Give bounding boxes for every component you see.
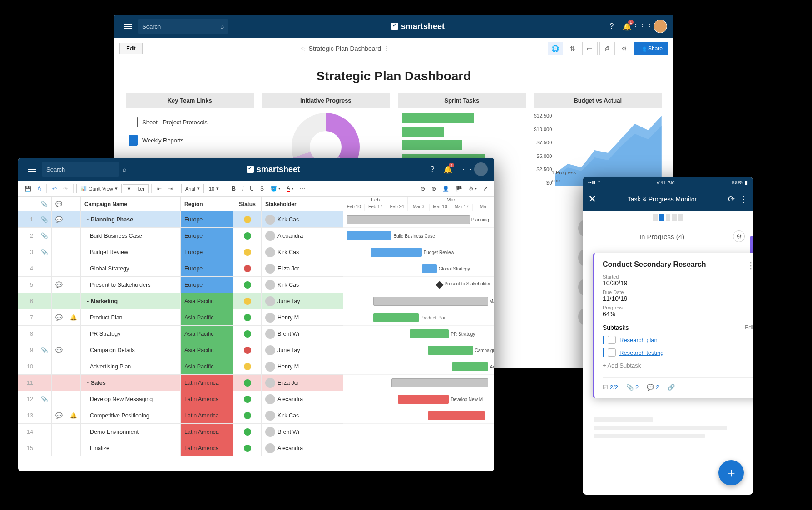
comment-column-icon[interactable]: 💬	[52, 197, 66, 211]
table-row[interactable]: 7 💬 🔔 Product Plan Asia Pacific Henry M	[18, 309, 343, 326]
comment-icon[interactable]: 💬	[55, 412, 63, 419]
table-row[interactable]: 10 Advertising Plan Asia Pacific Henry M	[18, 358, 343, 375]
menu-button[interactable]	[25, 162, 39, 177]
checkbox[interactable]	[608, 336, 616, 344]
close-icon[interactable]: ✕	[588, 193, 596, 205]
mobile-tab[interactable]	[678, 214, 683, 221]
apps-icon[interactable]: ⋮⋮⋮	[638, 22, 647, 31]
table-row[interactable]: 11 -Sales Latin America Eliza Jor	[18, 375, 343, 391]
task-card[interactable]: Conduct Secondary Research⋮ Started 10/3…	[593, 253, 753, 398]
print-button[interactable]: ⎙	[599, 42, 615, 55]
comment-icon[interactable]: 💬	[55, 216, 63, 223]
milestone-icon[interactable]	[436, 281, 443, 289]
refresh-icon[interactable]: ⟳	[728, 194, 735, 204]
edit-subtasks-button[interactable]: Edit	[745, 324, 753, 331]
menu-button[interactable]	[120, 19, 135, 34]
people-button[interactable]: 👤	[440, 184, 452, 194]
attachment-icon[interactable]: 📎	[41, 347, 48, 353]
search-input[interactable]	[46, 166, 123, 173]
table-row[interactable]: 9 📎 💬 Campaign Details Asia Pacific June…	[18, 342, 343, 358]
search-box[interactable]: ⌕	[42, 162, 119, 177]
underline-button[interactable]: U	[247, 184, 257, 194]
italic-button[interactable]: I	[239, 184, 246, 194]
zoom-out-button[interactable]: ⊖	[418, 184, 428, 194]
collapse-icon[interactable]: -	[84, 380, 91, 386]
view-selector[interactable]: 📊 Gantt View ▾	[76, 184, 122, 193]
reminder-icon[interactable]: 🔔	[70, 412, 77, 419]
flag-button[interactable]: 🏴	[453, 184, 465, 194]
collapse-icon[interactable]: -	[84, 216, 91, 223]
activity-button[interactable]: ⇅	[565, 42, 580, 55]
help-icon[interactable]: ?	[607, 22, 616, 31]
attachment-column-icon[interactable]: 📎	[37, 197, 52, 211]
fab-add-button[interactable]: ＋	[718, 460, 744, 485]
attachment-count[interactable]: 📎2	[626, 384, 639, 391]
filter-button[interactable]: ▼ Filter	[123, 184, 149, 193]
gantt-bar[interactable]: Build Business Case	[347, 231, 392, 240]
gantt-bar[interactable]: Budget Review	[371, 248, 422, 257]
reminder-icon[interactable]: 🔔	[70, 314, 77, 321]
help-icon[interactable]: ?	[428, 165, 437, 174]
bold-button[interactable]: B	[229, 184, 238, 194]
edit-button[interactable]: Edit	[119, 43, 143, 54]
add-subtask-button[interactable]: + Add Subtask	[603, 362, 753, 369]
text-color-button[interactable]: A▾	[284, 183, 296, 194]
checkbox[interactable]	[608, 348, 616, 357]
gantt-bar[interactable]: Product Plan	[373, 313, 419, 322]
user-avatar[interactable]	[474, 162, 488, 176]
expand-button[interactable]: ⤢	[480, 184, 490, 194]
star-icon[interactable]: ☆	[300, 45, 306, 52]
present-button[interactable]: ▭	[582, 42, 598, 55]
search-box[interactable]: ⌕	[138, 19, 228, 34]
gantt-bar[interactable]: Global Strategy	[422, 264, 437, 273]
checklist-count[interactable]: ☑2/2	[603, 384, 618, 391]
title-more-icon[interactable]: ⋮	[384, 45, 390, 52]
gantt-bar[interactable]	[391, 378, 488, 387]
mobile-tab[interactable]	[653, 214, 658, 221]
table-row[interactable]: 12 📎 Develop New Messaging Latin America…	[18, 391, 343, 407]
subtask-row[interactable]: Research plan	[603, 336, 753, 344]
table-row[interactable]: 3 📎 Budget Review Europe Kirk Cas	[18, 244, 343, 260]
gantt-bar[interactable]	[428, 411, 485, 420]
strikethrough-button[interactable]: S	[257, 184, 267, 194]
globe-button[interactable]: 🌐	[548, 42, 563, 55]
table-row[interactable]: 1 📎 💬 -Planning Phase Europe Kirk Cas	[18, 211, 343, 228]
fontsize-selector[interactable]: 10 ▾	[205, 184, 223, 193]
drag-handle-icon[interactable]	[603, 336, 604, 344]
settings-button[interactable]: ⚙	[617, 42, 632, 55]
table-row[interactable]: 6 -Marketing Asia Pacific June Tay	[18, 293, 343, 309]
link-item[interactable]: Sheet - Project Protocols	[126, 113, 254, 131]
indent-button[interactable]: ⇥	[165, 184, 175, 194]
attachment-icon[interactable]: 📎	[41, 232, 48, 239]
gantt-bar[interactable]: PR Strategy	[410, 329, 449, 338]
mobile-tab[interactable]	[666, 214, 670, 221]
font-selector[interactable]: Arial ▾	[181, 184, 204, 193]
gantt-bar[interactable]: Develop New M	[398, 395, 449, 404]
attachment-icon[interactable]: 📎	[41, 216, 48, 223]
notifications-icon[interactable]: 🔔1	[623, 22, 632, 31]
gantt-bar[interactable]: Adv	[452, 362, 488, 371]
zoom-in-button[interactable]: ⊕	[429, 184, 439, 194]
table-row[interactable]: 8 PR Strategy Asia Pacific Brent Wi	[18, 326, 343, 342]
link-icon[interactable]: 🔗	[668, 384, 675, 391]
drag-handle-icon[interactable]	[603, 348, 604, 357]
table-row[interactable]: 15 Finalize Latin America Alexandra	[18, 440, 343, 456]
comment-icon[interactable]: 💬	[55, 347, 63, 353]
comment-icon[interactable]: 💬	[55, 281, 63, 288]
subtask-row[interactable]: Research testing	[603, 348, 753, 357]
table-row[interactable]: 5 💬 Present to Stakeholders Europe Kirk …	[18, 277, 343, 293]
gantt-bar[interactable]: Ma	[373, 297, 488, 306]
gantt-bar[interactable]: Planning	[347, 215, 470, 224]
undo-button[interactable]: ↶	[50, 184, 59, 194]
user-avatar[interactable]	[654, 20, 667, 33]
attachment-icon[interactable]: 📎	[41, 396, 48, 402]
mobile-tab[interactable]	[659, 214, 664, 221]
print-button[interactable]: ⎙	[35, 184, 44, 194]
share-button[interactable]: 👥Share	[634, 42, 668, 55]
comment-icon[interactable]: 💬	[55, 314, 63, 321]
more-icon[interactable]: ⋮	[739, 194, 748, 204]
mobile-tab[interactable]	[672, 214, 677, 221]
comment-count[interactable]: 💬2	[647, 384, 659, 391]
table-row[interactable]: 13 💬 🔔 Competitive Positioning Latin Ame…	[18, 407, 343, 424]
collapse-icon[interactable]: -	[84, 298, 91, 304]
